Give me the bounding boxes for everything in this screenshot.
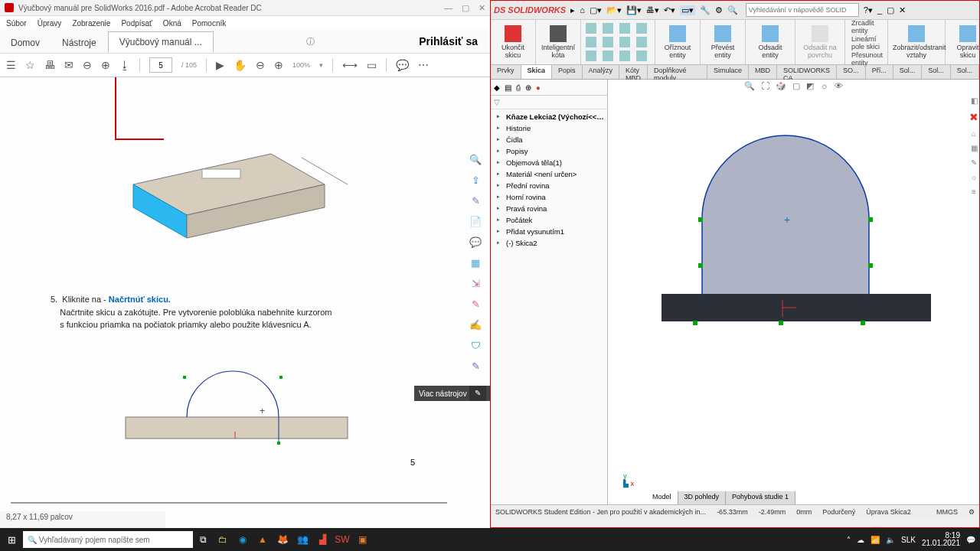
more-tools-popup[interactable]: Viac nástrojov ✎	[414, 386, 490, 401]
maximize-icon[interactable]: ▢	[462, 3, 469, 13]
status-units[interactable]: MMGS	[936, 508, 958, 516]
menu-file[interactable]: Súbor	[6, 19, 27, 28]
section-icon[interactable]: ◩	[806, 81, 814, 91]
tab-skica[interactable]: Skica	[521, 65, 553, 79]
move-button[interactable]: Přesunout entity	[851, 51, 883, 67]
tab-x1[interactable]: SO...	[837, 65, 866, 79]
tab-x3[interactable]: Sol...	[893, 65, 923, 79]
filter-icon[interactable]: ▽	[491, 96, 607, 109]
close2-icon[interactable]: ✕	[899, 5, 906, 15]
view-heads-up-toolbar[interactable]: 🔍 ⛶ 🎲 ▢ ◩ ☼ 👁	[744, 81, 842, 91]
menu-sign[interactable]: Podpísať	[121, 19, 152, 28]
tp-icon[interactable]: ☼	[970, 173, 977, 181]
tree-item[interactable]: Historie	[495, 122, 607, 134]
menu-window[interactable]: Okná	[163, 19, 181, 28]
tab-analyzy[interactable]: Analýzy	[583, 65, 620, 79]
tab-x4[interactable]: Sol...	[922, 65, 951, 79]
tree-item[interactable]: Materiál <není určen>	[495, 168, 607, 180]
page-number-input[interactable]	[149, 57, 172, 73]
zoom-out-icon[interactable]: ⊖	[83, 59, 92, 71]
wifi-icon[interactable]: 📶	[871, 536, 880, 544]
feature-tree[interactable]: ◆ ▤ ⎙ ⊕ ● ▽ Kňaze Lekcia2 (Výchozí<<Vých…	[491, 80, 608, 504]
zoomfit-icon[interactable]: 🔍	[744, 81, 755, 91]
export-icon[interactable]: ⇪	[472, 174, 480, 186]
tree-item[interactable]: Pravá rovina	[495, 203, 607, 214]
zoomarea-icon[interactable]: ⛶	[761, 81, 769, 91]
tab-x5[interactable]: Sol...	[951, 65, 980, 79]
explorer-icon[interactable]: 🗀	[213, 534, 233, 545]
menu-edit[interactable]: Úpravy	[38, 19, 62, 28]
tab-koty[interactable]: Kóty MBD	[619, 65, 648, 79]
tp-close-icon[interactable]: ✖	[969, 111, 978, 123]
new-icon[interactable]: ▢▾	[590, 5, 602, 15]
rec-icon[interactable]: ▣	[352, 534, 372, 545]
plus-icon[interactable]: ⊕	[274, 59, 283, 71]
chevron-right-icon[interactable]: ▸	[570, 5, 575, 15]
display-icon[interactable]: ▢	[792, 81, 800, 91]
linear-button[interactable]: Lineární pole skici	[851, 35, 883, 51]
minus-icon[interactable]: ⊖	[256, 59, 265, 71]
btab-motion[interactable]: Pohybová studie 1	[726, 491, 795, 504]
taskbar-search[interactable]: 🔍 Vyhľadávaný pojem napíšte sem	[23, 531, 193, 548]
edit-icon[interactable]: ✎	[472, 195, 480, 207]
mail-icon[interactable]: ✉	[64, 59, 74, 71]
tab-document[interactable]: Výučbový manuál ...	[108, 31, 214, 53]
options-icon[interactable]: ⚙	[715, 5, 723, 15]
hand-icon[interactable]: ✋	[234, 59, 247, 71]
comment-icon[interactable]: 💬	[396, 59, 409, 71]
protect-icon[interactable]: 🛡	[471, 340, 481, 351]
chevron-down-icon[interactable]: ▾	[319, 61, 323, 69]
exit-sketch-button[interactable]: Ukončit skicu	[495, 25, 531, 59]
orient-icon[interactable]: 🎲	[776, 81, 786, 91]
repair-button[interactable]: Opravit skicu	[950, 25, 980, 59]
help2-icon[interactable]: ?▾	[864, 5, 873, 15]
tree-item[interactable]: Přidat vysunutím1	[495, 226, 607, 237]
print2-icon[interactable]: 🖶▾	[646, 5, 659, 15]
smart-dim-button[interactable]: Inteligentní kóta	[541, 25, 576, 59]
tp-icon[interactable]: ✎	[971, 158, 977, 167]
fit-icon[interactable]: ⟷	[342, 59, 358, 71]
rebuild-icon[interactable]: 🔧	[700, 5, 710, 15]
tree-ico1[interactable]: ◆	[494, 83, 500, 92]
tab-x2[interactable]: Pří...	[866, 65, 893, 79]
tree-item[interactable]: (-) Skica2	[495, 237, 607, 249]
gear-icon[interactable]: ⚙	[969, 508, 975, 516]
menu-view[interactable]: Zobrazenie	[72, 19, 110, 28]
tree-ico3[interactable]: ⎙	[516, 83, 521, 92]
minimize-icon[interactable]: —	[444, 3, 452, 13]
teams-icon[interactable]: 👥	[292, 534, 312, 545]
firefox-icon[interactable]: 🦊	[273, 534, 292, 545]
redact-icon[interactable]: ✎	[472, 298, 480, 310]
clock[interactable]: 8:1921.01.2021	[922, 532, 960, 547]
lang-indicator[interactable]: SLK	[901, 536, 916, 544]
hide-icon[interactable]: 👁	[835, 81, 843, 91]
cloud-icon[interactable]: ☁	[857, 536, 864, 544]
tree-ico4[interactable]: ⊕	[525, 83, 531, 92]
tree-item[interactable]: Počátek	[495, 214, 607, 226]
help-icon[interactable]: ⓘ	[300, 31, 321, 53]
comment2-icon[interactable]: 💬	[469, 236, 482, 248]
acrobat-task-icon[interactable]: ▟	[312, 534, 332, 545]
acrobat-page-view[interactable]: 5. Kliknite na - Načrtnúť skicu. Načrtni…	[0, 77, 490, 530]
trim-button[interactable]: Oříznout entity	[660, 25, 695, 59]
measure-icon[interactable]: ✎	[472, 360, 480, 372]
task-pane[interactable]: ◧ ✖ ⌂ ▦ ✎ ☼ ≡	[969, 96, 979, 196]
search-icon[interactable]: 🔍	[469, 154, 482, 165]
tree-item[interactable]: Přední rovina	[495, 180, 607, 191]
create-icon[interactable]: 📄	[469, 216, 482, 227]
tree-ico5[interactable]: ●	[536, 83, 541, 92]
tab-cam[interactable]: SOLIDWORKS CA...	[777, 65, 837, 79]
mirror-button[interactable]: Zrcadlit entity	[851, 19, 883, 34]
tab-home[interactable]: Domov	[0, 33, 51, 53]
sign-icon[interactable]: ✍	[469, 319, 482, 331]
scene-icon[interactable]: ☼	[820, 81, 828, 91]
star-icon[interactable]: ☆	[25, 59, 35, 71]
home-icon[interactable]: ⌂	[580, 5, 585, 15]
sidebar-icon[interactable]: ☰	[6, 59, 16, 71]
btab-3d[interactable]: 3D pohledy	[678, 491, 727, 504]
tab-tools[interactable]: Nástroje	[51, 33, 108, 53]
sign-in-button[interactable]: Prihlásiť sa	[407, 30, 490, 53]
tab-sim[interactable]: Simulace	[707, 65, 749, 79]
compress-icon[interactable]: ⇲	[472, 278, 480, 289]
organize-icon[interactable]: ▦	[471, 257, 480, 269]
